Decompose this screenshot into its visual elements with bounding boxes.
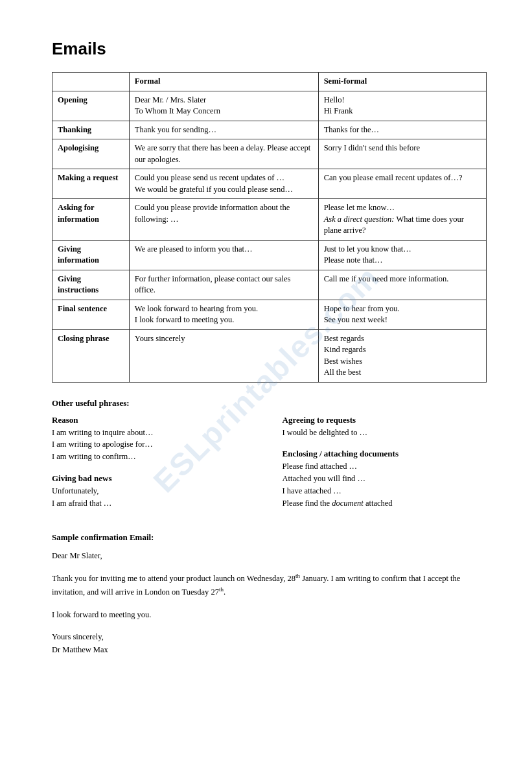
- table-cell-semiformal: Call me if you need more information.: [318, 270, 486, 300]
- phrases-section: Other useful phrases: Reason I am writin…: [52, 398, 487, 520]
- table-cell-semiformal: Sorry I didn't send this before: [318, 139, 486, 169]
- page-title: Emails: [52, 39, 487, 59]
- phrase-bad-news-1: Unfortunately,: [52, 485, 257, 497]
- phrase-enclosing-3: I have attached …: [283, 485, 487, 497]
- table-cell-formal: We are pleased to inform you that…: [129, 240, 318, 270]
- sample-section: Sample confirmation Email: Dear Mr Slate…: [52, 532, 487, 656]
- page: ESLprintables.com Emails Formal Semi-for…: [0, 0, 532, 758]
- phrase-group-reason: Reason I am writing to inquire about… I …: [52, 415, 257, 463]
- sample-body2: I look forward to meeting you.: [52, 608, 487, 621]
- sample-section-title: Sample confirmation Email:: [52, 532, 487, 543]
- table-row: ThankingThank you for sending…Thanks for…: [52, 121, 487, 139]
- table-cell-formal: We are sorry that there has been a delay…: [129, 139, 318, 169]
- sample-name: Dr Matthew Max: [52, 645, 108, 654]
- phrases-left-col: Reason I am writing to inquire about… I …: [52, 415, 257, 520]
- phrase-reason-3: I am writing to confirm…: [52, 451, 257, 463]
- italic-document: document: [332, 499, 364, 508]
- phrase-group-enclosing: Enclosing / attaching documents Please f…: [283, 449, 487, 509]
- phrase-enclosing-2: Attached you will find …: [283, 473, 487, 485]
- sample-closing: Yours sincerely, Dr Matthew Max: [52, 630, 487, 656]
- phrase-group-enclosing-title: Enclosing / attaching documents: [283, 449, 487, 459]
- phrase-agreeing-1: I would be delighted to …: [283, 427, 487, 439]
- phrase-group-agreeing: Agreeing to requests I would be delighte…: [283, 415, 487, 439]
- phrase-group-reason-title: Reason: [52, 415, 257, 425]
- table-cell-category: Opening: [52, 91, 130, 121]
- phrase-reason-2: I am writing to apologise for…: [52, 438, 257, 451]
- phrase-bad-news-2: I am afraid that …: [52, 497, 257, 510]
- table-cell-formal: Thank you for sending…: [129, 121, 318, 139]
- table-cell-formal: For further information, please contact …: [129, 270, 318, 300]
- table-cell-semiformal: Please let me know…Ask a direct question…: [318, 199, 486, 241]
- table-cell-semiformal: Can you please email recent updates of…?: [318, 169, 486, 199]
- table-row: Final sentenceWe look forward to hearing…: [52, 300, 487, 329]
- table-cell-semiformal: Thanks for the…: [318, 121, 486, 139]
- sample-salutation: Dear Mr Slater,: [52, 549, 487, 562]
- table-cell-semiformal: Hope to hear from you.See you next week!: [318, 300, 486, 329]
- table-cell-category: Final sentence: [52, 300, 130, 329]
- table-cell-category: Asking for information: [52, 199, 130, 241]
- table-cell-semiformal: Just to let you know that…Please note th…: [318, 240, 486, 270]
- phrase-group-bad-news-title: Giving bad news: [52, 473, 257, 484]
- sample-closing-text: Yours sincerely,: [52, 632, 104, 641]
- table-row: Asking for informationCould you please p…: [52, 199, 487, 241]
- phrase-group-bad-news: Giving bad news Unfortunately, I am afra…: [52, 473, 257, 510]
- sample-body: Dear Mr Slater, Thank you for inviting m…: [52, 549, 487, 656]
- table-cell-formal: We look forward to hearing from you.I lo…: [129, 300, 318, 329]
- phrase-enclosing-4: Please find the document attached: [283, 497, 487, 510]
- phrases-section-title: Other useful phrases:: [52, 398, 487, 409]
- table-cell-category: Giving instructions: [52, 270, 130, 300]
- table-row: Giving instructionsFor further informati…: [52, 270, 487, 300]
- table-cell-formal: Could you please send us recent updates …: [129, 169, 318, 199]
- table-cell-category: Giving information: [52, 240, 130, 270]
- table-row: Making a requestCould you please send us…: [52, 169, 487, 199]
- phrase-group-agreeing-title: Agreeing to requests: [283, 415, 487, 425]
- phrase-reason-1: I am writing to inquire about…: [52, 427, 257, 439]
- table-cell-formal: Could you please provide information abo…: [129, 199, 318, 241]
- table-row: Giving informationWe are pleased to info…: [52, 240, 487, 270]
- table-cell-category: Thanking: [52, 121, 130, 139]
- phrases-right-col: Agreeing to requests I would be delighte…: [283, 415, 487, 520]
- table-header-category: [52, 73, 130, 91]
- table-cell-semiformal: Best regardsKind regardsBest wishesAll t…: [318, 329, 486, 382]
- table-cell-formal: Dear Mr. / Mrs. SlaterTo Whom It May Con…: [129, 91, 318, 121]
- table-cell-category: Apologising: [52, 139, 130, 169]
- table-cell-formal: Yours sincerely: [129, 329, 318, 382]
- table-cell-category: Closing phrase: [52, 329, 130, 382]
- sample-body1: Thank you for inviting me to attend your…: [52, 571, 487, 598]
- table-header-semiformal: Semi-formal: [318, 73, 486, 91]
- emails-table: Formal Semi-formal OpeningDear Mr. / Mrs…: [52, 72, 487, 383]
- table-header-formal: Formal: [129, 73, 318, 91]
- table-row: Closing phraseYours sincerelyBest regard…: [52, 329, 487, 382]
- table-cell-category: Making a request: [52, 169, 130, 199]
- phrase-enclosing-1: Please find attached …: [283, 460, 487, 473]
- table-row: ApologisingWe are sorry that there has b…: [52, 139, 487, 169]
- phrases-grid: Reason I am writing to inquire about… I …: [52, 415, 487, 520]
- table-cell-semiformal: Hello!Hi Frank: [318, 91, 486, 121]
- table-row: OpeningDear Mr. / Mrs. SlaterTo Whom It …: [52, 91, 487, 121]
